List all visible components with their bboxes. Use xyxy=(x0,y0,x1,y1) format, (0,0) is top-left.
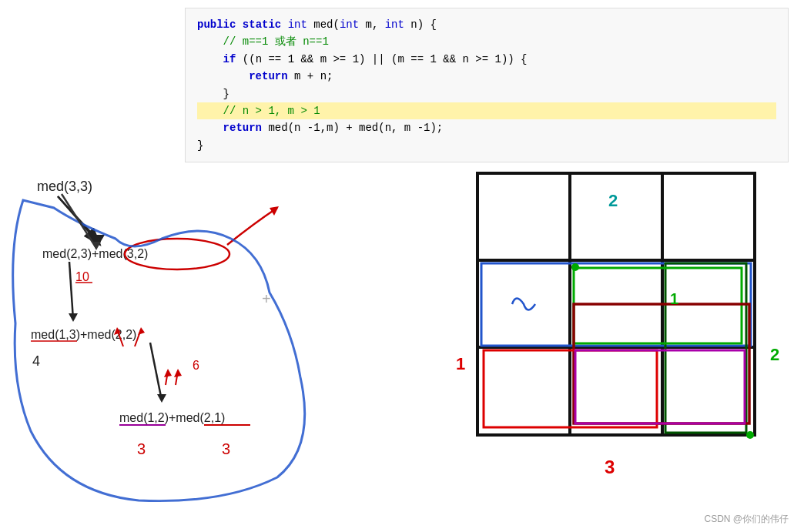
svg-rect-28 xyxy=(574,268,742,343)
svg-marker-36 xyxy=(92,242,101,250)
svg-line-35 xyxy=(62,194,96,248)
label-10: 10 xyxy=(75,270,89,283)
grid-label-2-top: 2 xyxy=(608,191,618,210)
grid-label-1-left: 1 xyxy=(456,354,465,373)
svg-rect-27 xyxy=(665,263,746,433)
label-4: 4 xyxy=(32,353,40,369)
svg-marker-4 xyxy=(270,206,279,216)
svg-marker-10 xyxy=(114,327,121,335)
svg-line-15 xyxy=(166,371,168,385)
svg-rect-30 xyxy=(484,350,657,427)
svg-line-17 xyxy=(176,371,178,385)
grid-label-3-bottom: 3 xyxy=(605,457,615,477)
node-med33: med(3,3) xyxy=(37,179,92,194)
svg-line-13 xyxy=(150,343,162,400)
grid-label-1-inner: 1 xyxy=(670,290,678,307)
node-med23-med32: med(2,3)+med(3,2) xyxy=(42,247,148,260)
grid-label-2-right: 2 xyxy=(770,345,779,364)
svg-marker-1 xyxy=(95,235,105,243)
label-3-right: 3 xyxy=(222,440,230,457)
svg-marker-16 xyxy=(164,369,172,377)
cross-marker: + xyxy=(262,290,271,307)
svg-marker-14 xyxy=(157,394,166,403)
svg-line-11 xyxy=(135,330,141,346)
svg-marker-12 xyxy=(138,327,145,335)
label-6: 6 xyxy=(193,359,199,372)
svg-marker-18 xyxy=(174,369,182,377)
svg-rect-26 xyxy=(481,263,751,346)
watermark: CSDN @你们的伟仔 xyxy=(704,513,789,526)
node-med13-med22: med(1,3)+med(2,2) xyxy=(31,328,136,341)
svg-point-3 xyxy=(125,239,229,269)
label-3-left: 3 xyxy=(137,440,146,457)
svg-line-6 xyxy=(69,262,73,320)
svg-line-9 xyxy=(117,330,123,346)
svg-rect-29 xyxy=(574,304,749,423)
svg-point-33 xyxy=(571,263,579,271)
svg-rect-21 xyxy=(477,173,755,435)
svg-line-2 xyxy=(58,196,100,245)
svg-marker-7 xyxy=(69,313,78,322)
svg-line-0 xyxy=(58,196,100,243)
svg-point-32 xyxy=(746,431,754,439)
code-block: public static int med(int m, int n) { //… xyxy=(185,8,789,162)
node-med12-med21: med(1,2)+med(2,1) xyxy=(119,411,225,424)
svg-rect-31 xyxy=(575,350,745,423)
